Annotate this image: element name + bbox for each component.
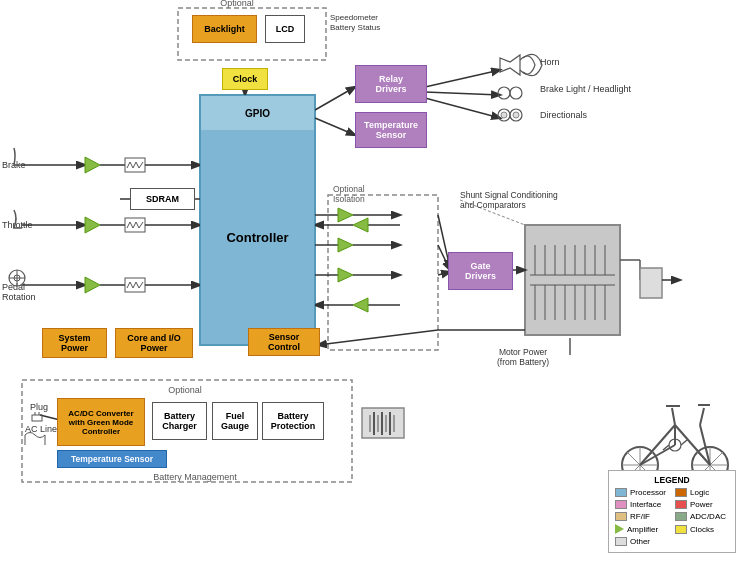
- legend-adcdac: ADC/DAC: [675, 512, 729, 521]
- svg-line-50: [425, 98, 500, 118]
- legend-interface-label: Interface: [630, 500, 661, 509]
- svg-line-48: [425, 70, 500, 87]
- sdram-block: SDRAM: [130, 188, 195, 210]
- legend-interface-color: [615, 500, 627, 509]
- svg-marker-28: [85, 157, 100, 173]
- legend-clocks: Clocks: [675, 524, 729, 534]
- svg-line-140: [681, 440, 687, 445]
- svg-text:Brake: Brake: [2, 160, 26, 170]
- svg-point-89: [498, 87, 510, 99]
- core-io-power-block: Core and I/OPower: [115, 328, 193, 358]
- svg-point-94: [501, 112, 507, 118]
- svg-line-49: [425, 92, 500, 95]
- legend-clocks-label: Clocks: [690, 525, 714, 534]
- battery-charger-label: BatteryCharger: [162, 411, 197, 431]
- svg-text:Plug: Plug: [30, 402, 48, 412]
- svg-line-135: [700, 408, 704, 425]
- svg-marker-64: [353, 298, 368, 312]
- svg-text:Optional: Optional: [333, 184, 365, 194]
- battery-protection-block: BatteryProtection: [262, 402, 324, 440]
- svg-line-72: [460, 200, 525, 225]
- lcd-label: LCD: [276, 24, 295, 34]
- gpio-label: GPIO: [245, 108, 270, 119]
- legend-adcdac-color: [675, 512, 687, 521]
- svg-point-95: [513, 112, 519, 118]
- svg-text:Shunt Signal Conditioning: Shunt Signal Conditioning: [460, 190, 558, 200]
- sensor-control-block: SensorControl: [248, 328, 320, 356]
- legend-processor-color: [615, 488, 627, 497]
- svg-point-92: [498, 109, 510, 121]
- legend-clocks-color: [675, 525, 687, 534]
- sdram-label: SDRAM: [146, 194, 179, 204]
- legend-amplifier: Amplifier: [615, 524, 669, 534]
- acdc-label: AC/DC Converterwith Green ModeController: [68, 409, 133, 436]
- svg-rect-75: [362, 408, 404, 438]
- legend-other: Other: [615, 537, 669, 546]
- svg-point-100: [9, 270, 25, 286]
- svg-marker-55: [338, 238, 353, 252]
- battery-charger-block: BatteryCharger: [152, 402, 207, 440]
- sensor-control-label: SensorControl: [268, 332, 300, 352]
- svg-text:Throttle: Throttle: [2, 220, 33, 230]
- svg-text:Horn: Horn: [540, 57, 560, 67]
- relay-drivers-block: RelayDrivers: [355, 65, 427, 103]
- legend-logic: Logic: [675, 488, 729, 497]
- svg-text:Speedometer: Speedometer: [330, 13, 378, 22]
- gate-drivers-block: GateDrivers: [448, 252, 513, 290]
- legend-processor-label: Processor: [630, 488, 666, 497]
- svg-point-93: [510, 109, 522, 121]
- gate-drivers-label: GateDrivers: [465, 261, 496, 281]
- system-power-label: SystemPower: [58, 333, 90, 353]
- legend-power: Power: [675, 500, 729, 509]
- legend-interface: Interface: [615, 500, 669, 509]
- temp-sensor-top-block: TemperatureSensor: [355, 112, 427, 148]
- clock-label: Clock: [233, 74, 258, 84]
- legend-logic-color: [675, 488, 687, 497]
- legend-power-color: [675, 500, 687, 509]
- legend-other-label: Other: [630, 537, 650, 546]
- relay-drivers-label: RelayDrivers: [375, 74, 406, 94]
- svg-line-71: [318, 330, 438, 345]
- svg-text:Directionals: Directionals: [540, 110, 588, 120]
- legend-rfif: RF/IF: [615, 512, 669, 521]
- battery-protection-label: BatteryProtection: [271, 411, 316, 431]
- legend-rfif-label: RF/IF: [630, 512, 650, 521]
- fuel-gauge-block: FuelGauge: [212, 402, 258, 440]
- legend-processor: Processor: [615, 488, 669, 497]
- svg-marker-38: [85, 277, 100, 293]
- system-power-block: SystemPower: [42, 328, 107, 358]
- svg-line-47: [315, 118, 355, 135]
- svg-text:Isolation: Isolation: [333, 194, 365, 204]
- svg-marker-33: [85, 217, 100, 233]
- clock-block: Clock: [222, 68, 268, 90]
- legend-amplifier-icon: [615, 524, 624, 534]
- backlight-block: Backlight: [192, 15, 257, 43]
- legend-rfif-color: [615, 512, 627, 521]
- svg-text:AC Line: AC Line: [25, 424, 57, 434]
- legend-adcdac-label: ADC/DAC: [690, 512, 726, 521]
- svg-line-133: [672, 408, 675, 425]
- svg-text:Optional: Optional: [220, 0, 254, 8]
- core-io-power-label: Core and I/OPower: [127, 333, 181, 353]
- legend-logic-label: Logic: [690, 488, 709, 497]
- svg-rect-5: [525, 225, 620, 335]
- legend-other-color: [615, 537, 627, 546]
- legend-title: LEGEND: [615, 475, 729, 485]
- svg-point-90: [510, 87, 522, 99]
- backlight-label: Backlight: [204, 24, 245, 34]
- svg-text:Optional: Optional: [168, 385, 202, 395]
- controller-block: Controller: [200, 130, 315, 345]
- legend-power-label: Power: [690, 500, 713, 509]
- svg-point-101: [14, 275, 20, 281]
- svg-rect-113: [32, 415, 42, 421]
- svg-marker-61: [353, 218, 368, 232]
- svg-text:and Comparators: and Comparators: [460, 200, 526, 210]
- svg-marker-58: [338, 268, 353, 282]
- svg-text:Battery Status: Battery Status: [330, 23, 380, 32]
- svg-text:Rotation: Rotation: [2, 292, 36, 302]
- temp-sensor-top-label: TemperatureSensor: [364, 120, 418, 140]
- svg-text:(from Battery): (from Battery): [497, 357, 549, 367]
- temp-sensor-bottom-block: Temperature Sensor: [57, 450, 167, 468]
- svg-text:Battery Management: Battery Management: [153, 472, 237, 482]
- svg-text:Motor Power: Motor Power: [499, 347, 547, 357]
